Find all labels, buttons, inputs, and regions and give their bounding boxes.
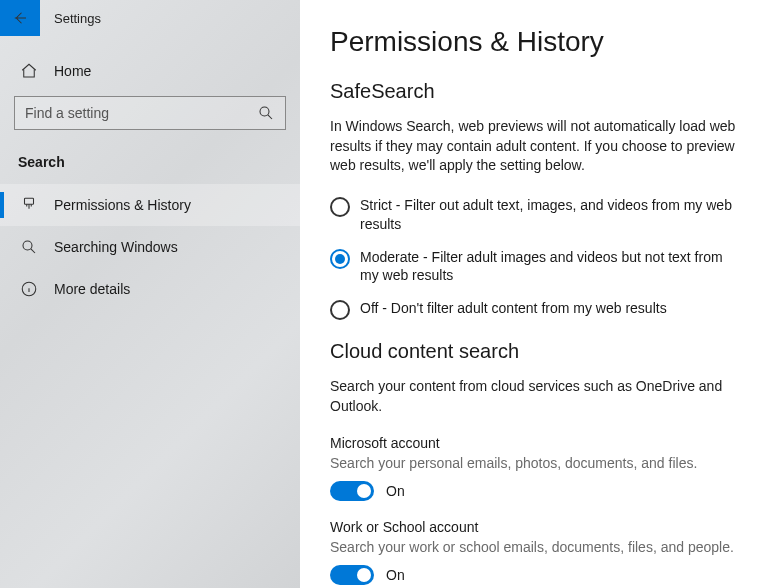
safesearch-radio-group: Strict - Filter out adult text, images, … [330, 196, 738, 321]
permissions-icon [20, 196, 38, 214]
safesearch-description: In Windows Search, web previews will not… [330, 117, 738, 176]
ms-account-toggle-label: On [386, 483, 405, 499]
ms-account-desc: Search your personal emails, photos, doc… [330, 455, 738, 471]
work-account-desc: Search your work or school emails, docum… [330, 539, 738, 555]
toggle-knob [357, 484, 371, 498]
work-account-toggle-label: On [386, 567, 405, 583]
radio-strict[interactable]: Strict - Filter out adult text, images, … [330, 196, 738, 234]
cloud-heading: Cloud content search [330, 340, 738, 363]
nav-item-label: Permissions & History [54, 197, 191, 213]
search-icon [257, 104, 275, 122]
sidebar: Settings Home Search Permissions & Histo… [0, 0, 300, 588]
radio-moderate[interactable]: Moderate - Filter adult images and video… [330, 248, 738, 286]
ms-account-title: Microsoft account [330, 435, 738, 451]
nav-home[interactable]: Home [0, 48, 300, 92]
window-title: Settings [54, 11, 101, 26]
radio-off[interactable]: Off - Don't filter adult content from my… [330, 299, 738, 320]
search-input[interactable] [25, 105, 257, 121]
home-icon [20, 62, 38, 80]
radio-indicator [330, 197, 350, 217]
back-button[interactable] [0, 0, 40, 36]
info-icon [20, 280, 38, 298]
nav-item-label: Searching Windows [54, 239, 178, 255]
nav-item-searching-windows[interactable]: Searching Windows [0, 226, 300, 268]
radio-indicator [330, 249, 350, 269]
radio-label: Strict - Filter out adult text, images, … [360, 196, 738, 234]
svg-rect-1 [25, 198, 34, 204]
toggle-knob [357, 568, 371, 582]
svg-point-0 [260, 107, 269, 116]
arrow-left-icon [11, 9, 29, 27]
nav-item-label: More details [54, 281, 130, 297]
search-icon [20, 238, 38, 256]
nav-item-permissions-history[interactable]: Permissions & History [0, 184, 300, 226]
cloud-description: Search your content from cloud services … [330, 377, 738, 416]
radio-label: Moderate - Filter adult images and video… [360, 248, 738, 286]
radio-label: Off - Don't filter adult content from my… [360, 299, 667, 318]
svg-point-2 [23, 241, 32, 250]
ms-account-toggle[interactable] [330, 481, 374, 501]
safesearch-heading: SafeSearch [330, 80, 738, 103]
microsoft-account-section: Microsoft account Search your personal e… [330, 435, 738, 501]
work-account-section: Work or School account Search your work … [330, 519, 738, 585]
page-title: Permissions & History [330, 26, 738, 58]
nav-group-search: Search [0, 148, 300, 184]
find-setting-searchbox[interactable] [14, 96, 286, 130]
nav-home-label: Home [54, 63, 91, 79]
work-account-toggle[interactable] [330, 565, 374, 585]
titlebar: Settings [0, 0, 300, 36]
work-account-title: Work or School account [330, 519, 738, 535]
nav-item-more-details[interactable]: More details [0, 268, 300, 310]
radio-indicator [330, 300, 350, 320]
content-pane: Permissions & History SafeSearch In Wind… [300, 0, 768, 588]
